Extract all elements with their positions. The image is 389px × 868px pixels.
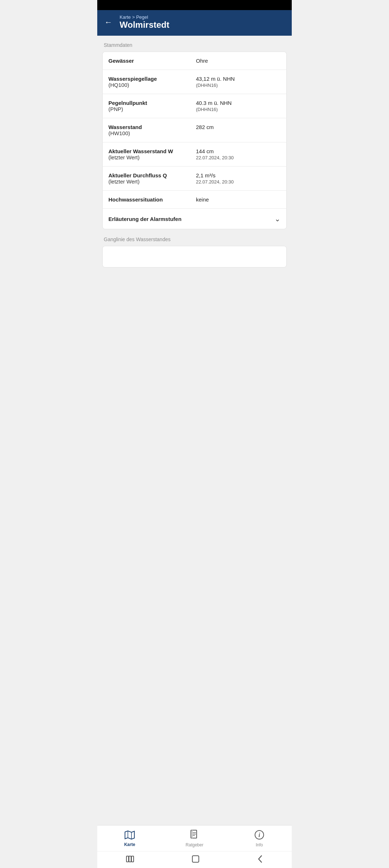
table-row: Wasserstand (HW100) 282 cm	[103, 118, 286, 142]
nav-label-ratgeber: Ratgeber	[185, 842, 203, 847]
row-label-pegelnullpunkt: Pegelnullpunkt (PNP)	[108, 100, 193, 112]
ganglinie-section-label: Ganglinie des Wasserstandes	[104, 236, 287, 242]
row-value-wasserstand-hw100: 282 cm	[193, 124, 281, 130]
back-nav-button[interactable]	[257, 855, 263, 863]
stammdaten-section-label: Stammdaten	[104, 42, 287, 48]
row-value-hochwassersituation: keine	[193, 196, 281, 203]
table-row: Aktueller Durchfluss Q (letzter Wert) 2,…	[103, 167, 286, 191]
row-value-gewaesser: Ohre	[193, 58, 281, 64]
home-button[interactable]	[192, 855, 200, 863]
svg-text:i: i	[259, 832, 260, 838]
table-row: Pegelnullpunkt (PNP) 40.3 m ü. NHN (DHHN…	[103, 94, 286, 118]
row-value-aktueller-wasserstand: 144 cm 22.07.2024, 20:30	[193, 148, 281, 160]
status-bar	[97, 0, 292, 10]
page-title: Wolmirstedt	[120, 20, 169, 30]
stammdaten-card: Gewässer Ohre Wasserspiegellage (HQ100) …	[102, 52, 287, 229]
main-content: Stammdaten Gewässer Ohre Wasserspiegella…	[97, 36, 292, 825]
recents-button[interactable]	[126, 856, 134, 862]
row-label-durchfluss: Aktueller Durchfluss Q (letzter Wert)	[108, 172, 193, 185]
back-button[interactable]: ←	[103, 16, 114, 28]
nav-item-info[interactable]: i Info	[227, 828, 292, 849]
svg-rect-10	[129, 856, 131, 862]
row-value-pegelnullpunkt: 40.3 m ü. NHN (DHHN16)	[193, 100, 281, 112]
nav-item-ratgeber[interactable]: Ratgeber	[162, 828, 227, 849]
table-row: Wasserspiegellage (HQ100) 43,12 m ü. NHN…	[103, 70, 286, 94]
row-label-gewaesser: Gewässer	[108, 58, 193, 64]
svg-rect-3	[192, 830, 193, 838]
svg-rect-9	[126, 856, 129, 862]
row-label-hochwassersituation: Hochwassersituation	[108, 196, 193, 203]
svg-rect-12	[192, 856, 199, 862]
svg-rect-11	[131, 856, 134, 862]
row-label-wasserspiegellage: Wasserspiegellage (HQ100)	[108, 76, 193, 88]
ganglinie-chart-preview	[102, 246, 287, 267]
table-row: Hochwassersituation keine	[103, 191, 286, 209]
nav-label-karte: Karte	[124, 842, 135, 847]
table-row: Gewässer Ohre	[103, 52, 286, 70]
header: ← Karte > Pegel Wolmirstedt	[97, 10, 292, 36]
book-icon	[190, 830, 199, 841]
row-label-aktueller-wasserstand: Aktueller Wasserstand W (letzter Wert)	[108, 148, 193, 160]
nav-item-karte[interactable]: Karte	[97, 829, 162, 849]
bottom-nav: Karte Ratgeber i Info	[97, 825, 292, 851]
map-icon	[125, 830, 135, 841]
nav-label-info: Info	[256, 842, 263, 847]
row-label-wasserstand-hw100: Wasserstand (HW100)	[108, 124, 193, 136]
row-value-wasserspiegellage: 43,12 m ü. NHN (DHHN16)	[193, 76, 281, 88]
android-nav-bar	[97, 851, 292, 868]
chevron-down-icon: ⌄	[274, 214, 281, 223]
breadcrumb: Karte > Pegel	[120, 14, 169, 20]
header-text: Karte > Pegel Wolmirstedt	[120, 14, 169, 30]
erlaeuterung-label: Erläuterung der Alarmstufen	[108, 216, 274, 222]
row-value-durchfluss: 2,1 m³/s 22.07.2024, 20:30	[193, 172, 281, 185]
table-row: Aktueller Wasserstand W (letzter Wert) 1…	[103, 142, 286, 167]
erlaeuterung-row[interactable]: Erläuterung der Alarmstufen ⌄	[103, 209, 286, 229]
info-circle-icon: i	[254, 830, 264, 841]
